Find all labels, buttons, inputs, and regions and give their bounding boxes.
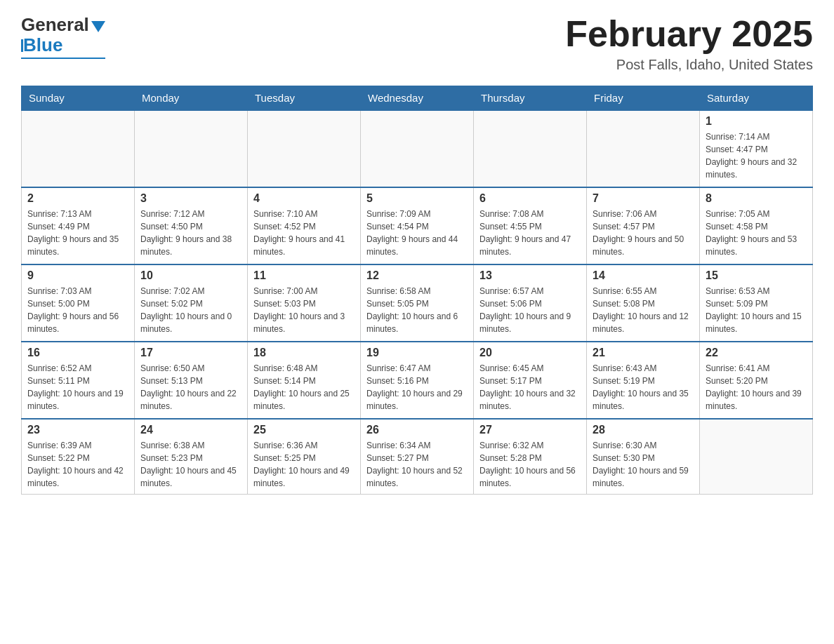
- calendar-day-cell: 26Sunrise: 6:34 AM Sunset: 5:27 PM Dayli…: [361, 419, 474, 495]
- calendar-day-cell: 15Sunrise: 6:53 AM Sunset: 5:09 PM Dayli…: [700, 264, 813, 342]
- day-number: 26: [366, 424, 468, 436]
- day-info: Sunrise: 6:57 AM Sunset: 5:06 PM Dayligh…: [479, 285, 581, 335]
- calendar-day-header: Wednesday: [361, 86, 474, 111]
- day-info: Sunrise: 6:43 AM Sunset: 5:19 PM Dayligh…: [593, 362, 694, 412]
- calendar-day-cell: 1Sunrise: 7:14 AM Sunset: 4:47 PM Daylig…: [700, 110, 813, 187]
- day-number: 21: [593, 347, 694, 359]
- day-number: 15: [706, 269, 807, 282]
- day-info: Sunrise: 6:32 AM Sunset: 5:28 PM Dayligh…: [479, 439, 581, 490]
- day-info: Sunrise: 7:12 AM Sunset: 4:50 PM Dayligh…: [140, 208, 241, 258]
- calendar-day-header: Tuesday: [248, 86, 361, 111]
- calendar-day-cell: [248, 110, 361, 187]
- day-info: Sunrise: 6:53 AM Sunset: 5:09 PM Dayligh…: [706, 285, 807, 335]
- calendar-day-cell: [361, 110, 474, 187]
- calendar-day-header: Saturday: [700, 86, 813, 111]
- day-info: Sunrise: 6:58 AM Sunset: 5:05 PM Dayligh…: [366, 285, 468, 335]
- logo-blue-text: Blue: [23, 34, 62, 56]
- day-number: 7: [593, 192, 694, 205]
- calendar-day-cell: 2Sunrise: 7:13 AM Sunset: 4:49 PM Daylig…: [22, 187, 135, 264]
- calendar-header-row: SundayMondayTuesdayWednesdayThursdayFrid…: [22, 86, 813, 111]
- calendar-week-row: 9Sunrise: 7:03 AM Sunset: 5:00 PM Daylig…: [22, 264, 813, 342]
- day-number: 4: [253, 192, 355, 205]
- calendar-day-cell: 8Sunrise: 7:05 AM Sunset: 4:58 PM Daylig…: [700, 187, 813, 264]
- day-info: Sunrise: 6:47 AM Sunset: 5:16 PM Dayligh…: [366, 362, 468, 412]
- calendar-day-cell: 5Sunrise: 7:09 AM Sunset: 4:54 PM Daylig…: [361, 187, 474, 264]
- day-info: Sunrise: 7:09 AM Sunset: 4:54 PM Dayligh…: [366, 208, 468, 258]
- day-number: 22: [706, 347, 807, 359]
- calendar-day-header: Thursday: [474, 86, 587, 111]
- logo: General Blue: [21, 14, 105, 59]
- day-info: Sunrise: 7:10 AM Sunset: 4:52 PM Dayligh…: [253, 208, 355, 258]
- calendar-week-row: 16Sunrise: 6:52 AM Sunset: 5:11 PM Dayli…: [22, 342, 813, 419]
- calendar-day-cell: [700, 419, 813, 495]
- calendar-day-cell: 4Sunrise: 7:10 AM Sunset: 4:52 PM Daylig…: [248, 187, 361, 264]
- calendar-day-cell: 20Sunrise: 6:45 AM Sunset: 5:17 PM Dayli…: [474, 342, 587, 419]
- day-info: Sunrise: 6:48 AM Sunset: 5:14 PM Dayligh…: [253, 362, 355, 412]
- calendar-day-header: Friday: [587, 86, 700, 111]
- calendar-day-cell: 21Sunrise: 6:43 AM Sunset: 5:19 PM Dayli…: [587, 342, 700, 419]
- calendar-day-cell: 11Sunrise: 7:00 AM Sunset: 5:03 PM Dayli…: [248, 264, 361, 342]
- calendar-day-cell: 3Sunrise: 7:12 AM Sunset: 4:50 PM Daylig…: [135, 187, 248, 264]
- day-info: Sunrise: 6:39 AM Sunset: 5:22 PM Dayligh…: [27, 439, 128, 490]
- calendar-table: SundayMondayTuesdayWednesdayThursdayFrid…: [21, 86, 813, 495]
- calendar-day-cell: 9Sunrise: 7:03 AM Sunset: 5:00 PM Daylig…: [22, 264, 135, 342]
- day-number: 27: [479, 424, 581, 436]
- day-info: Sunrise: 7:14 AM Sunset: 4:47 PM Dayligh…: [706, 130, 807, 181]
- day-info: Sunrise: 6:45 AM Sunset: 5:17 PM Dayligh…: [479, 362, 581, 412]
- day-number: 25: [253, 424, 355, 436]
- day-number: 11: [253, 269, 355, 282]
- day-number: 20: [479, 347, 581, 359]
- month-title: February 2025: [565, 14, 813, 54]
- location-title: Post Falls, Idaho, United States: [565, 57, 813, 73]
- calendar-day-cell: 22Sunrise: 6:41 AM Sunset: 5:20 PM Dayli…: [700, 342, 813, 419]
- day-info: Sunrise: 7:06 AM Sunset: 4:57 PM Dayligh…: [593, 208, 694, 258]
- day-number: 9: [27, 269, 128, 282]
- day-info: Sunrise: 6:55 AM Sunset: 5:08 PM Dayligh…: [593, 285, 694, 335]
- calendar-day-cell: 16Sunrise: 6:52 AM Sunset: 5:11 PM Dayli…: [22, 342, 135, 419]
- calendar-day-cell: [587, 110, 700, 187]
- title-area: February 2025 Post Falls, Idaho, United …: [565, 14, 813, 73]
- day-info: Sunrise: 6:36 AM Sunset: 5:25 PM Dayligh…: [253, 439, 355, 490]
- calendar-day-header: Sunday: [22, 86, 135, 111]
- day-info: Sunrise: 6:30 AM Sunset: 5:30 PM Dayligh…: [593, 439, 694, 490]
- calendar-day-cell: 24Sunrise: 6:38 AM Sunset: 5:23 PM Dayli…: [135, 419, 248, 495]
- calendar-day-cell: [22, 110, 135, 187]
- calendar-day-cell: 17Sunrise: 6:50 AM Sunset: 5:13 PM Dayli…: [135, 342, 248, 419]
- day-number: 3: [140, 192, 241, 205]
- day-number: 28: [593, 424, 694, 436]
- day-number: 23: [27, 424, 128, 436]
- day-info: Sunrise: 6:50 AM Sunset: 5:13 PM Dayligh…: [140, 362, 241, 412]
- day-number: 5: [366, 192, 468, 205]
- calendar-day-cell: 13Sunrise: 6:57 AM Sunset: 5:06 PM Dayli…: [474, 264, 587, 342]
- calendar-week-row: 1Sunrise: 7:14 AM Sunset: 4:47 PM Daylig…: [22, 110, 813, 187]
- day-number: 18: [253, 347, 355, 359]
- day-info: Sunrise: 7:08 AM Sunset: 4:55 PM Dayligh…: [479, 208, 581, 258]
- day-number: 1: [706, 115, 807, 128]
- day-number: 10: [140, 269, 241, 282]
- day-info: Sunrise: 7:02 AM Sunset: 5:02 PM Dayligh…: [140, 285, 241, 335]
- day-info: Sunrise: 6:38 AM Sunset: 5:23 PM Dayligh…: [140, 439, 241, 490]
- calendar-week-row: 2Sunrise: 7:13 AM Sunset: 4:49 PM Daylig…: [22, 187, 813, 264]
- calendar-day-cell: 25Sunrise: 6:36 AM Sunset: 5:25 PM Dayli…: [248, 419, 361, 495]
- day-number: 12: [366, 269, 468, 282]
- day-info: Sunrise: 7:05 AM Sunset: 4:58 PM Dayligh…: [706, 208, 807, 258]
- logo-triangle-icon: [91, 21, 105, 32]
- calendar-day-cell: 28Sunrise: 6:30 AM Sunset: 5:30 PM Dayli…: [587, 419, 700, 495]
- page-header: General Blue February 2025 Post Falls, I…: [21, 14, 813, 73]
- calendar-day-cell: 18Sunrise: 6:48 AM Sunset: 5:14 PM Dayli…: [248, 342, 361, 419]
- calendar-day-cell: [135, 110, 248, 187]
- calendar-day-cell: 7Sunrise: 7:06 AM Sunset: 4:57 PM Daylig…: [587, 187, 700, 264]
- day-number: 24: [140, 424, 241, 436]
- calendar-day-cell: 12Sunrise: 6:58 AM Sunset: 5:05 PM Dayli…: [361, 264, 474, 342]
- day-info: Sunrise: 7:00 AM Sunset: 5:03 PM Dayligh…: [253, 285, 355, 335]
- calendar-day-cell: 23Sunrise: 6:39 AM Sunset: 5:22 PM Dayli…: [22, 419, 135, 495]
- day-number: 2: [27, 192, 128, 205]
- calendar-day-cell: 10Sunrise: 7:02 AM Sunset: 5:02 PM Dayli…: [135, 264, 248, 342]
- day-info: Sunrise: 7:13 AM Sunset: 4:49 PM Dayligh…: [27, 208, 128, 258]
- day-info: Sunrise: 6:34 AM Sunset: 5:27 PM Dayligh…: [366, 439, 468, 490]
- calendar-day-cell: 14Sunrise: 6:55 AM Sunset: 5:08 PM Dayli…: [587, 264, 700, 342]
- day-info: Sunrise: 7:03 AM Sunset: 5:00 PM Dayligh…: [27, 285, 128, 335]
- calendar-day-cell: 19Sunrise: 6:47 AM Sunset: 5:16 PM Dayli…: [361, 342, 474, 419]
- day-number: 6: [479, 192, 581, 205]
- day-number: 13: [479, 269, 581, 282]
